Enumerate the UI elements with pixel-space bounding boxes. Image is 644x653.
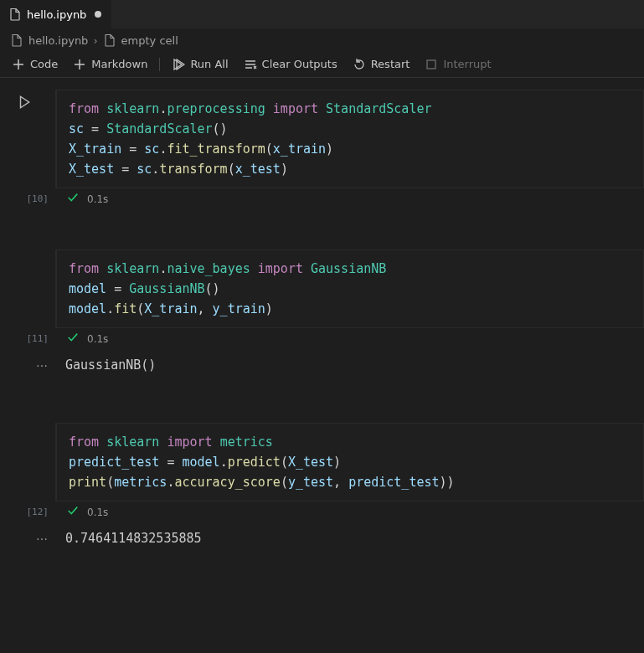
toolbar-separator (159, 58, 160, 71)
cell-output-row: … GaussianNB() (0, 349, 644, 383)
notebook-toolbar: Code Markdown Run All Clear Outputs Rest… (0, 51, 644, 78)
code-cell[interactable]: from sklearn.naive_bayes import Gaussian… (0, 249, 644, 328)
cell-output: GaussianNB() (55, 349, 156, 383)
code-editor[interactable]: from sklearn.naive_bayes import Gaussian… (55, 249, 644, 328)
output-indicator-icon: … (0, 522, 55, 542)
plus-icon (73, 58, 86, 71)
svg-rect-0 (427, 60, 435, 69)
file-icon (10, 33, 23, 47)
run-cell-button[interactable] (17, 95, 32, 112)
exec-count: [11] (0, 333, 55, 344)
cell-gutter (0, 249, 55, 328)
clear-outputs-icon (244, 58, 257, 71)
check-icon (67, 505, 79, 519)
output-indicator-icon: … (0, 349, 55, 369)
add-markdown-label: Markdown (91, 58, 147, 70)
clear-outputs-label: Clear Outputs (262, 58, 337, 70)
exec-time: 0.1s (87, 333, 108, 345)
tab-filename: hello.ipynb (27, 8, 86, 21)
cell-gutter (0, 90, 55, 188)
plus-icon (12, 58, 25, 71)
cell-status: 0.1s (55, 188, 113, 209)
interrupt-label: Interrupt (443, 58, 491, 70)
code-cell[interactable]: from sklearn.preprocessing import Standa… (0, 90, 644, 188)
dirty-indicator-icon (95, 11, 101, 18)
exec-time: 0.1s (87, 193, 108, 205)
exec-time: 0.1s (87, 506, 108, 518)
code-editor[interactable]: from sklearn import metrics predict_test… (55, 423, 644, 501)
code-cell[interactable]: from sklearn import metrics predict_test… (0, 423, 644, 501)
tab-bar: hello.ipynb (0, 0, 644, 29)
check-icon (67, 332, 79, 346)
breadcrumb: hello.ipynb › empty cell (0, 29, 644, 51)
add-code-button[interactable]: Code (5, 55, 64, 74)
breadcrumb-file[interactable]: hello.ipynb (28, 34, 88, 47)
cell-status: 0.1s (55, 328, 113, 349)
restart-label: Restart (371, 58, 410, 70)
cell-status-row: [11] 0.1s (0, 328, 644, 349)
breadcrumb-cell[interactable]: empty cell (121, 34, 178, 47)
cell-icon (103, 33, 116, 47)
run-all-button[interactable]: Run All (165, 55, 234, 74)
restart-icon (353, 58, 366, 71)
cell-status: 0.1s (55, 501, 113, 522)
interrupt-icon (425, 58, 438, 71)
chevron-right-icon: › (93, 34, 97, 47)
clear-outputs-button[interactable]: Clear Outputs (237, 55, 344, 74)
run-all-label: Run All (190, 58, 228, 70)
run-all-icon (172, 58, 185, 71)
code-editor[interactable]: from sklearn.preprocessing import Standa… (55, 90, 644, 188)
restart-button[interactable]: Restart (346, 55, 417, 74)
add-markdown-button[interactable]: Markdown (66, 55, 154, 74)
file-icon (8, 8, 22, 21)
add-code-label: Code (30, 58, 58, 70)
cell-output-row: … 0.7464114832535885 (0, 522, 644, 556)
exec-count: [10] (0, 193, 55, 204)
cell-gutter (0, 423, 55, 501)
notebook-body: from sklearn.preprocessing import Standa… (0, 78, 644, 573)
check-icon (67, 192, 79, 206)
cell-status-row: [12] 0.1s (0, 501, 644, 522)
exec-count: [12] (0, 506, 55, 517)
cell-output: 0.7464114832535885 (55, 522, 202, 556)
cell-status-row: [10] 0.1s (0, 188, 644, 209)
editor-tab[interactable]: hello.ipynb (0, 0, 112, 28)
interrupt-button[interactable]: Interrupt (418, 55, 497, 74)
